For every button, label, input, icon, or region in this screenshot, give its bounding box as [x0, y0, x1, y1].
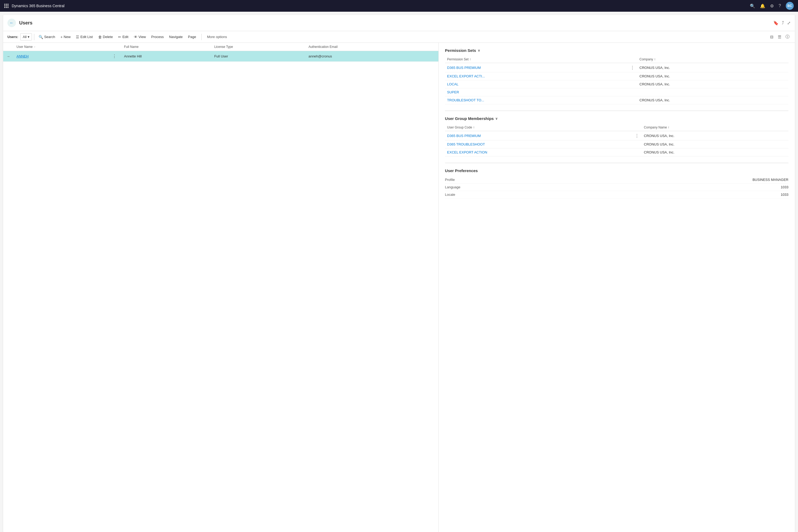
bookmark-icon[interactable]: 🔖 [773, 20, 779, 25]
perm-company-cell: CRONUS USA, Inc. [637, 96, 788, 104]
user-avatar[interactable]: BC [786, 2, 794, 10]
page-label: Page [188, 35, 196, 39]
perm-set-name-cell: EXCEL EXPORT ACTI... [445, 72, 627, 80]
edit-list-label: Edit List [80, 35, 93, 39]
view-label: View [138, 35, 146, 39]
ugm-col-company-label: Company Name [644, 126, 667, 129]
toolbar: Users: All ▾ 🔍 Search + New ☰ Edit List … [3, 31, 795, 43]
user-group-memberships-header[interactable]: User Group Memberships ∨ [445, 116, 788, 121]
ugm-company-cell: CRONUS USA, Inc. [642, 140, 788, 148]
share-icon[interactable]: ⤴ [782, 20, 784, 25]
perm-menu-cell: ⋮ [627, 63, 637, 72]
list-item[interactable]: TROUBLESHOOT TO... CRONUS USA, Inc. [445, 96, 788, 104]
process-label: Process [151, 35, 164, 39]
list-item[interactable]: D365 BUS PREMIUM ⋮ CRONUS USA, Inc. [445, 131, 788, 140]
user-group-code-link[interactable]: D365 TROUBLESHOOT [447, 142, 485, 146]
user-name-link[interactable]: ANNEH [17, 54, 29, 58]
user-group-code-link[interactable]: EXCEL EXPORT ACTION [447, 150, 487, 154]
list-item[interactable]: EXCEL EXPORT ACTI... CRONUS USA, Inc. [445, 72, 788, 80]
permission-set-link[interactable]: TROUBLESHOOT TO... [447, 98, 484, 102]
ugm-context-menu-button[interactable]: ⋮ [634, 133, 640, 138]
user-preferences-section: User Preferences Profile BUSINESS MANAGE… [445, 168, 788, 198]
pref-value: BUSINESS MANAGER [753, 178, 788, 182]
page-button[interactable]: Page [186, 34, 198, 40]
perm-menu-cell [627, 72, 637, 80]
delete-icon: 🗑 [98, 35, 102, 39]
row-context-menu-button[interactable]: ⋮ [111, 53, 118, 59]
list-item: Locale 1033 [445, 191, 788, 198]
help-icon[interactable]: ? [779, 3, 781, 8]
notification-icon[interactable]: 🔔 [760, 3, 765, 8]
user-name-sort-icon: ↑ [34, 45, 35, 49]
list-item[interactable]: SUPER [445, 88, 788, 96]
expand-icon[interactable]: ⤢ [787, 20, 791, 25]
users-table: User Name ↑ Full Name License Type Authe… [3, 43, 438, 62]
row-fullname-cell: Annette Hill [121, 51, 211, 62]
divider-2 [445, 163, 788, 163]
view-button[interactable]: 👁 View [132, 34, 148, 40]
toolbar-separator-2 [201, 34, 202, 40]
perm-company-cell: CRONUS USA, Inc. [637, 72, 788, 80]
permission-set-link[interactable]: D365 BUS PREMIUM [447, 66, 481, 70]
top-nav: Dynamics 365 Business Central 🔍 🔔 ⚙ ? BC [0, 0, 798, 12]
navigate-label: Navigate [169, 35, 183, 39]
search-icon[interactable]: 🔍 [750, 3, 755, 8]
navigate-button[interactable]: Navigate [167, 34, 185, 40]
perm-context-menu-button[interactable]: ⋮ [630, 65, 635, 70]
divider-1 [445, 111, 788, 111]
info-icon[interactable]: ⓘ [784, 33, 791, 40]
row-email-cell: anneh@cronus [305, 51, 438, 62]
col-auth-email-label: Authentication Email [308, 45, 338, 49]
list-item[interactable]: D365 BUS PREMIUM ⋮ CRONUS USA, Inc. [445, 63, 788, 72]
column-chooser-icon[interactable]: ☰ [777, 34, 782, 40]
perm-col-menu-spacer [627, 56, 637, 63]
edit-button[interactable]: ✏ Edit [116, 34, 130, 40]
table-row[interactable]: → ANNEH ⋮ Annette Hill Full User anneh@c… [3, 51, 438, 62]
delete-button[interactable]: 🗑 Delete [96, 34, 115, 40]
user-group-memberships-section: User Group Memberships ∨ User Group Code… [445, 116, 788, 156]
user-group-memberships-chevron-icon: ∨ [495, 117, 498, 120]
new-button[interactable]: + New [58, 34, 73, 40]
ugm-menu-cell [632, 148, 642, 156]
app-grid-icon[interactable] [4, 4, 8, 8]
list-item[interactable]: LOCAL CRONUS USA, Inc. [445, 80, 788, 88]
list-item[interactable]: EXCEL EXPORT ACTION CRONUS USA, Inc. [445, 148, 788, 156]
edit-list-button[interactable]: ☰ Edit List [74, 34, 95, 40]
back-button[interactable]: ← [7, 19, 16, 27]
col-user-name: User Name ↑ [13, 43, 108, 51]
filter-dropdown[interactable]: All ▾ [20, 33, 32, 40]
perm-company-cell: CRONUS USA, Inc. [637, 80, 788, 88]
user-group-memberships-title: User Group Memberships [445, 116, 494, 121]
list-item[interactable]: D365 TROUBLESHOOT CRONUS USA, Inc. [445, 140, 788, 148]
ugm-code-cell: EXCEL EXPORT ACTION [445, 148, 632, 156]
search-button[interactable]: 🔍 Search [36, 34, 57, 40]
col-row-menu-spacer [108, 43, 121, 51]
permission-sets-header[interactable]: Permission Sets ∨ [445, 48, 788, 53]
settings-icon[interactable]: ⚙ [770, 3, 774, 8]
permission-set-link[interactable]: EXCEL EXPORT ACTI... [447, 74, 485, 78]
app-title: Dynamics 365 Business Central [12, 4, 747, 8]
ugm-company-cell: CRONUS USA, Inc. [642, 148, 788, 156]
filter-icon[interactable]: ⊟ [769, 34, 775, 40]
permission-sets-chevron-icon: ∨ [478, 49, 480, 52]
new-label: New [63, 35, 71, 39]
search-toolbar-icon: 🔍 [39, 35, 43, 39]
user-group-code-link[interactable]: D365 BUS PREMIUM [447, 134, 481, 138]
permission-set-link[interactable]: LOCAL [447, 82, 459, 86]
process-button[interactable]: Process [149, 34, 166, 40]
permission-sets-section: Permission Sets ∨ Permission Set ↑ Compa [445, 48, 788, 104]
perm-set-name-cell: TROUBLESHOOT TO... [445, 96, 627, 104]
edit-list-icon: ☰ [76, 35, 79, 39]
pref-label: Language [445, 185, 460, 189]
ugm-menu-cell [632, 140, 642, 148]
col-arrow-spacer [3, 43, 13, 51]
delete-label: Delete [103, 35, 113, 39]
more-options-button[interactable]: More options [205, 34, 229, 40]
filter-label: Users: [7, 35, 18, 39]
permission-set-link[interactable]: SUPER [447, 90, 459, 94]
more-options-label: More options [207, 35, 227, 39]
ugm-col-menu-spacer [632, 124, 642, 131]
back-icon: ← [10, 20, 14, 25]
ugm-col-code-label: User Group Code [447, 126, 472, 129]
view-icon: 👁 [134, 35, 137, 39]
